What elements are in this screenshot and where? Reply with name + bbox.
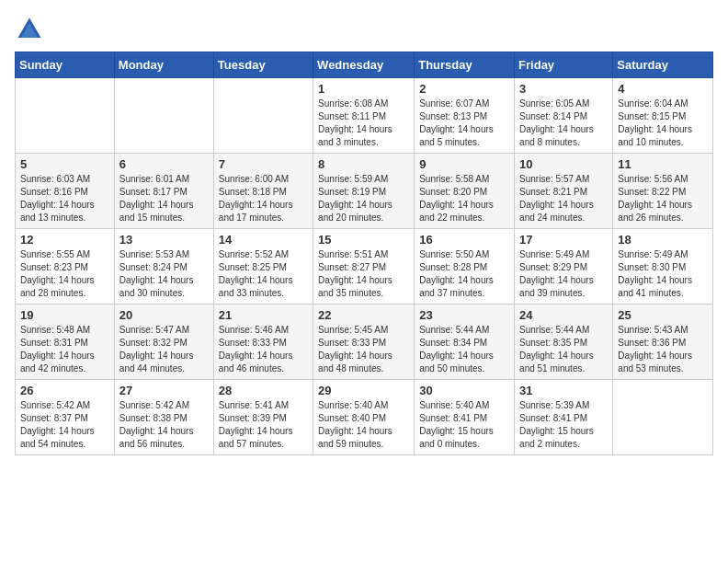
day-number: 5 — [20, 157, 109, 171]
calendar-week-row: 1Sunrise: 6:08 AM Sunset: 8:11 PM Daylig… — [16, 78, 713, 154]
day-info: Sunrise: 6:01 AM Sunset: 8:17 PM Dayligh… — [119, 173, 209, 224]
calendar-container: SundayMondayTuesdayWednesdayThursdayFrid… — [0, 0, 728, 466]
day-number: 27 — [119, 384, 209, 397]
day-info: Sunrise: 5:51 AM Sunset: 8:27 PM Dayligh… — [318, 248, 409, 300]
day-info: Sunrise: 5:57 AM Sunset: 8:21 PM Dayligh… — [519, 173, 608, 224]
day-info: Sunrise: 5:49 AM Sunset: 8:30 PM Dayligh… — [618, 248, 708, 300]
day-info: Sunrise: 5:43 AM Sunset: 8:36 PM Dayligh… — [618, 324, 708, 375]
day-info: Sunrise: 5:49 AM Sunset: 8:29 PM Dayligh… — [519, 248, 608, 300]
day-info: Sunrise: 6:04 AM Sunset: 8:15 PM Dayligh… — [618, 98, 708, 149]
calendar-cell: 21Sunrise: 5:46 AM Sunset: 8:33 PM Dayli… — [213, 304, 313, 380]
weekday-header: Friday — [515, 52, 613, 78]
day-info: Sunrise: 5:41 AM Sunset: 8:39 PM Dayligh… — [219, 399, 308, 451]
calendar-cell: 27Sunrise: 5:42 AM Sunset: 8:38 PM Dayli… — [114, 380, 213, 455]
calendar-cell: 30Sunrise: 5:40 AM Sunset: 8:41 PM Dayli… — [415, 380, 515, 455]
calendar-cell — [16, 78, 115, 154]
calendar-cell: 3Sunrise: 6:05 AM Sunset: 8:14 PM Daylig… — [515, 78, 613, 154]
logo — [15, 15, 48, 44]
calendar-cell: 16Sunrise: 5:50 AM Sunset: 8:28 PM Dayli… — [415, 229, 515, 304]
calendar-cell: 1Sunrise: 6:08 AM Sunset: 8:11 PM Daylig… — [313, 78, 415, 154]
calendar-cell — [114, 78, 213, 154]
header-row — [15, 15, 713, 44]
day-info: Sunrise: 5:40 AM Sunset: 8:40 PM Dayligh… — [318, 399, 409, 451]
calendar-cell: 20Sunrise: 5:47 AM Sunset: 8:32 PM Dayli… — [114, 304, 213, 380]
day-info: Sunrise: 5:56 AM Sunset: 8:22 PM Dayligh… — [618, 173, 708, 224]
calendar-cell: 15Sunrise: 5:51 AM Sunset: 8:27 PM Dayli… — [313, 229, 415, 304]
day-number: 14 — [219, 233, 308, 247]
calendar-cell: 31Sunrise: 5:39 AM Sunset: 8:41 PM Dayli… — [515, 380, 613, 455]
day-number: 20 — [119, 308, 209, 322]
day-number: 18 — [618, 233, 708, 247]
calendar-cell: 29Sunrise: 5:40 AM Sunset: 8:40 PM Dayli… — [313, 380, 415, 455]
calendar-cell: 25Sunrise: 5:43 AM Sunset: 8:36 PM Dayli… — [613, 304, 713, 380]
calendar-cell: 7Sunrise: 6:00 AM Sunset: 8:18 PM Daylig… — [213, 154, 313, 229]
calendar-cell: 18Sunrise: 5:49 AM Sunset: 8:30 PM Dayli… — [613, 229, 713, 304]
day-number: 15 — [318, 233, 409, 247]
day-number: 16 — [419, 233, 509, 247]
day-number: 13 — [119, 233, 209, 247]
day-number: 19 — [20, 308, 109, 322]
day-number: 2 — [419, 82, 509, 96]
day-number: 28 — [219, 384, 308, 397]
weekday-header: Saturday — [613, 52, 713, 78]
logo-icon — [15, 15, 44, 44]
day-number: 30 — [419, 384, 509, 397]
day-info: Sunrise: 6:05 AM Sunset: 8:14 PM Dayligh… — [519, 98, 608, 149]
calendar-cell: 2Sunrise: 6:07 AM Sunset: 8:13 PM Daylig… — [415, 78, 515, 154]
day-number: 25 — [618, 308, 708, 322]
calendar-cell: 28Sunrise: 5:41 AM Sunset: 8:39 PM Dayli… — [213, 380, 313, 455]
day-number: 22 — [318, 308, 409, 322]
calendar-cell: 8Sunrise: 5:59 AM Sunset: 8:19 PM Daylig… — [313, 154, 415, 229]
calendar-table: SundayMondayTuesdayWednesdayThursdayFrid… — [15, 52, 713, 455]
day-info: Sunrise: 5:42 AM Sunset: 8:38 PM Dayligh… — [119, 399, 209, 451]
calendar-cell: 9Sunrise: 5:58 AM Sunset: 8:20 PM Daylig… — [415, 154, 515, 229]
day-number: 21 — [219, 308, 308, 322]
calendar-cell: 13Sunrise: 5:53 AM Sunset: 8:24 PM Dayli… — [114, 229, 213, 304]
day-number: 9 — [419, 157, 509, 171]
day-number: 4 — [618, 82, 708, 96]
calendar-cell: 5Sunrise: 6:03 AM Sunset: 8:16 PM Daylig… — [16, 154, 115, 229]
calendar-cell: 10Sunrise: 5:57 AM Sunset: 8:21 PM Dayli… — [515, 154, 613, 229]
day-number: 24 — [519, 308, 608, 322]
weekday-header-row: SundayMondayTuesdayWednesdayThursdayFrid… — [16, 52, 713, 78]
day-info: Sunrise: 5:50 AM Sunset: 8:28 PM Dayligh… — [419, 248, 509, 300]
calendar-week-row: 12Sunrise: 5:55 AM Sunset: 8:23 PM Dayli… — [16, 229, 713, 304]
calendar-cell: 24Sunrise: 5:44 AM Sunset: 8:35 PM Dayli… — [515, 304, 613, 380]
day-number: 11 — [618, 157, 708, 171]
calendar-cell: 17Sunrise: 5:49 AM Sunset: 8:29 PM Dayli… — [515, 229, 613, 304]
calendar-cell: 12Sunrise: 5:55 AM Sunset: 8:23 PM Dayli… — [16, 229, 115, 304]
calendar-cell: 14Sunrise: 5:52 AM Sunset: 8:25 PM Dayli… — [213, 229, 313, 304]
day-info: Sunrise: 5:55 AM Sunset: 8:23 PM Dayligh… — [20, 248, 109, 300]
day-number: 17 — [519, 233, 608, 247]
day-number: 23 — [419, 308, 509, 322]
day-number: 26 — [20, 384, 109, 397]
day-info: Sunrise: 5:40 AM Sunset: 8:41 PM Dayligh… — [419, 399, 509, 451]
day-info: Sunrise: 5:52 AM Sunset: 8:25 PM Dayligh… — [219, 248, 308, 300]
day-info: Sunrise: 6:08 AM Sunset: 8:11 PM Dayligh… — [318, 98, 409, 149]
weekday-header: Monday — [114, 52, 213, 78]
day-number: 8 — [318, 157, 409, 171]
day-number: 10 — [519, 157, 608, 171]
day-info: Sunrise: 5:46 AM Sunset: 8:33 PM Dayligh… — [219, 324, 308, 375]
weekday-header: Thursday — [415, 52, 515, 78]
weekday-header: Wednesday — [313, 52, 415, 78]
day-number: 12 — [20, 233, 109, 247]
weekday-header: Sunday — [16, 52, 115, 78]
day-info: Sunrise: 5:45 AM Sunset: 8:33 PM Dayligh… — [318, 324, 409, 375]
day-info: Sunrise: 5:59 AM Sunset: 8:19 PM Dayligh… — [318, 173, 409, 224]
day-info: Sunrise: 6:07 AM Sunset: 8:13 PM Dayligh… — [419, 98, 509, 149]
day-info: Sunrise: 5:48 AM Sunset: 8:31 PM Dayligh… — [20, 324, 109, 375]
day-number: 1 — [318, 82, 409, 96]
day-info: Sunrise: 5:39 AM Sunset: 8:41 PM Dayligh… — [519, 399, 608, 451]
day-info: Sunrise: 5:58 AM Sunset: 8:20 PM Dayligh… — [419, 173, 509, 224]
calendar-cell: 4Sunrise: 6:04 AM Sunset: 8:15 PM Daylig… — [613, 78, 713, 154]
calendar-cell: 19Sunrise: 5:48 AM Sunset: 8:31 PM Dayli… — [16, 304, 115, 380]
calendar-cell: 22Sunrise: 5:45 AM Sunset: 8:33 PM Dayli… — [313, 304, 415, 380]
day-info: Sunrise: 6:03 AM Sunset: 8:16 PM Dayligh… — [20, 173, 109, 224]
day-number: 29 — [318, 384, 409, 397]
weekday-header: Tuesday — [213, 52, 313, 78]
calendar-cell: 11Sunrise: 5:56 AM Sunset: 8:22 PM Dayli… — [613, 154, 713, 229]
calendar-week-row: 19Sunrise: 5:48 AM Sunset: 8:31 PM Dayli… — [16, 304, 713, 380]
day-number: 6 — [119, 157, 209, 171]
calendar-cell — [613, 380, 713, 455]
